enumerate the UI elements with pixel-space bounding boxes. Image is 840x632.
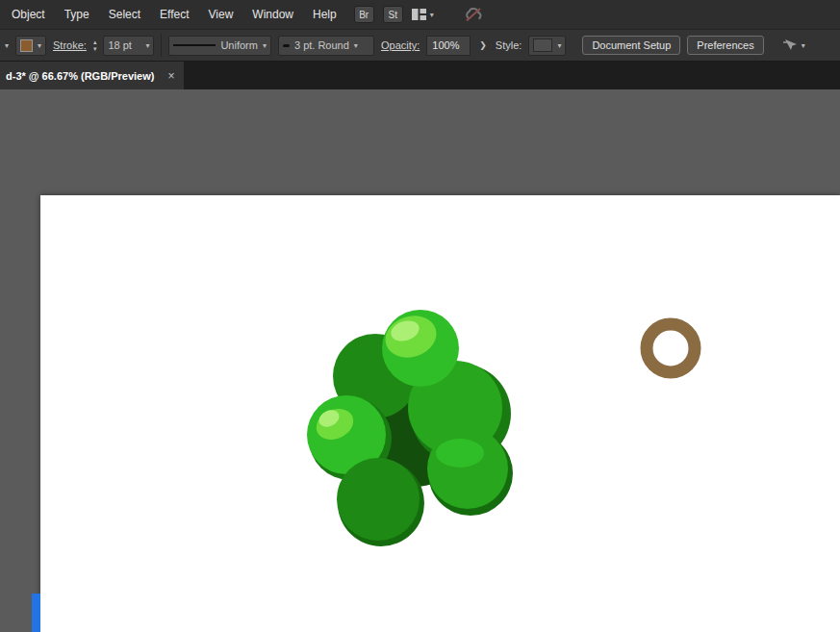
chevron-down-icon: ▾ [263, 41, 267, 50]
stroke-label[interactable]: Stroke: [53, 39, 87, 51]
document-tab[interactable]: d-3* @ 66.67% (RGB/Preview) × [0, 62, 184, 89]
artwork-layer [40, 195, 840, 632]
isolate-selection-button[interactable]: ▾ [782, 38, 805, 52]
arrange-documents-button[interactable]: ▾ [412, 9, 434, 20]
width-profile-preview [173, 44, 216, 46]
separator [161, 34, 162, 57]
chevron-down-icon: ▾ [38, 41, 41, 50]
tab-close-icon[interactable]: × [167, 69, 174, 83]
bridge-icon[interactable]: Br [354, 6, 374, 23]
graphic-style-dropdown[interactable]: ▾ [528, 36, 566, 56]
chevron-down-icon: ▾ [557, 41, 561, 50]
stroke-weight-value: 18 pt [108, 39, 140, 51]
brush-preview [283, 44, 290, 47]
stock-icon[interactable]: St [383, 6, 403, 23]
menu-effect[interactable]: Effect [150, 0, 198, 29]
chevron-down-icon[interactable]: ▾ [5, 41, 9, 50]
width-profile-dropdown[interactable]: Uniform ▾ [168, 36, 271, 56]
menu-select[interactable]: Select [99, 0, 150, 29]
share-offline-icon [464, 8, 483, 22]
width-profile-value: Uniform [220, 39, 258, 51]
menu-bar-icons: Br St ▾ [354, 6, 483, 23]
chevron-down-icon: ▾ [145, 41, 149, 50]
menu-window[interactable]: Window [242, 0, 303, 29]
chevron-right-icon[interactable]: ❯ [477, 40, 489, 50]
artboard[interactable] [40, 195, 840, 632]
menu-type[interactable]: Type [55, 0, 99, 29]
document-tab-title: d-3* @ 66.67% (RGB/Preview) [6, 70, 154, 82]
canvas[interactable] [0, 89, 840, 632]
broccoli-ball[interactable] [337, 458, 420, 541]
opacity-label[interactable]: Opacity: [381, 39, 420, 51]
style-label: Style: [496, 39, 522, 51]
brush-definition-dropdown[interactable]: 3 pt. Round ▾ [278, 36, 374, 56]
graphic-style-swatch [533, 38, 552, 52]
stepper-up-icon[interactable]: ▴ [93, 38, 97, 45]
fill-color-picker[interactable]: ▾ [15, 36, 46, 56]
fill-color-swatch [20, 39, 33, 52]
menu-help[interactable]: Help [303, 0, 346, 29]
arrange-documents-icon [412, 9, 426, 20]
pointer-icon [782, 38, 798, 52]
broccoli-shape[interactable] [307, 310, 513, 546]
menu-view[interactable]: View [199, 0, 243, 29]
share-disabled-button[interactable] [464, 8, 483, 22]
chevron-down-icon: ▾ [430, 11, 434, 19]
menu-object[interactable]: Object [2, 0, 55, 29]
chevron-down-icon: ▾ [354, 41, 358, 50]
brown-ring-shape[interactable] [647, 324, 695, 372]
document-tab-bar: d-3* @ 66.67% (RGB/Preview) × [0, 62, 840, 89]
document-setup-button[interactable]: Document Setup [582, 36, 680, 55]
preferences-button[interactable]: Preferences [687, 36, 763, 55]
stepper-down-icon[interactable]: ▾ [93, 45, 97, 52]
stroke-weight-combobox[interactable]: 18 pt ▾ [103, 36, 154, 56]
stroke-weight-stepper[interactable]: ▴ ▾ [93, 38, 97, 52]
opacity-input[interactable]: 100% [426, 36, 471, 56]
control-bar: ▾ ▾ Stroke: ▴ ▾ 18 pt ▾ Uniform ▾ 3 pt. … [0, 29, 840, 62]
brush-name: 3 pt. Round [294, 39, 349, 51]
menu-bar: Object Type Select Effect View Window He… [0, 0, 840, 29]
blue-rect-shape[interactable] [32, 594, 40, 632]
ball-highlight [436, 439, 484, 468]
chevron-down-icon: ▾ [802, 41, 805, 50]
